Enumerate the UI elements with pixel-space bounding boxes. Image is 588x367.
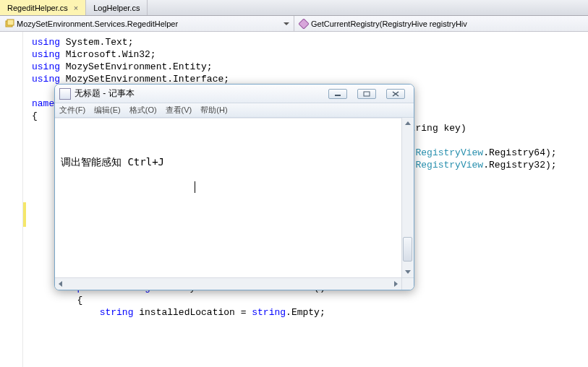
menu-edit[interactable]: 编辑(E) — [94, 105, 121, 116]
notepad-icon — [59, 88, 71, 100]
chevron-down-icon — [284, 22, 289, 25]
navigation-bar: MozySetEnvironment.Services.RegeditHelpe… — [0, 16, 588, 32]
tab-bar: RegeditHelper.cs × LogHelper.cs — [0, 0, 588, 16]
tab-label: RegeditHelper.cs — [7, 4, 68, 12]
menu-view[interactable]: 查看(V) — [166, 105, 192, 116]
modified-marker — [23, 202, 26, 227]
editor-gutter — [0, 32, 23, 367]
scrollbar-vertical[interactable] — [401, 118, 414, 277]
notepad-title-text: 无标题 - 记事本 — [74, 87, 135, 100]
notepad-menu: 文件(F) 编辑(E) 格式(O) 查看(V) 帮助(H) — [55, 103, 414, 118]
menu-file[interactable]: 文件(F) — [59, 105, 85, 116]
tab-label: LogHelper.cs — [93, 4, 140, 12]
svg-rect-2 — [299, 19, 309, 29]
close-button[interactable] — [386, 89, 405, 99]
menu-format[interactable]: 格式(O) — [129, 105, 157, 116]
method-icon — [299, 19, 309, 29]
notepad-window[interactable]: 无标题 - 记事本 文件(F) 编辑(E) 格式(O) 查看(V) 帮助(H) … — [54, 84, 414, 290]
member-selector[interactable]: GetCurrentRegistry(RegistryHive registry… — [294, 16, 588, 31]
class-icon — [4, 19, 14, 29]
minimize-button[interactable] — [328, 89, 347, 99]
scroll-thumb[interactable] — [403, 237, 412, 262]
svg-rect-1 — [7, 20, 14, 25]
tab-loghelper[interactable]: LogHelper.cs — [86, 0, 148, 15]
menu-help[interactable]: 帮助(H) — [200, 105, 227, 116]
svg-rect-4 — [364, 92, 370, 96]
crumb-left-text: MozySetEnvironment.Services.RegeditHelpe… — [17, 20, 178, 28]
maximize-button[interactable] — [357, 89, 376, 99]
notepad-titlebar[interactable]: 无标题 - 记事本 — [55, 85, 414, 103]
close-icon[interactable]: × — [74, 4, 78, 12]
crumb-right-text: GetCurrentRegistry(RegistryHive registry… — [311, 20, 467, 28]
tab-regedithelper[interactable]: RegeditHelper.cs × — [0, 0, 86, 15]
type-selector[interactable]: MozySetEnvironment.Services.RegeditHelpe… — [0, 16, 294, 31]
notepad-body: 调出智能感知 Ctrl+J — [55, 118, 414, 290]
scroll-corner — [401, 277, 414, 290]
scrollbar-horizontal[interactable] — [55, 277, 401, 290]
text-caret — [195, 181, 195, 193]
notepad-textarea[interactable]: 调出智能感知 Ctrl+J — [55, 118, 401, 277]
